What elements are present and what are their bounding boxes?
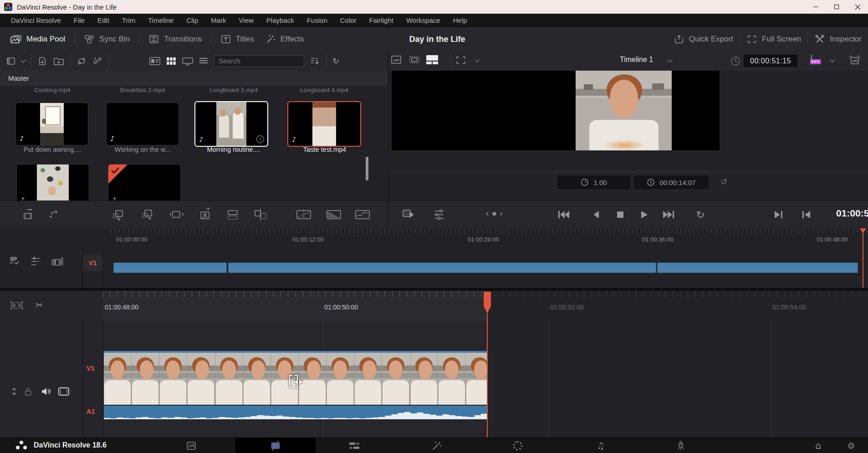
- metadata-view-icon[interactable]: [149, 57, 160, 65]
- clip-timecode-field[interactable]: 00:00:14:07: [634, 175, 709, 189]
- clip-name[interactable]: Morning routine....: [207, 146, 260, 153]
- audio-clip[interactable]: [104, 406, 487, 419]
- razor-icon[interactable]: ✂: [36, 300, 43, 310]
- reset-icon[interactable]: ↺: [720, 177, 727, 186]
- home-icon[interactable]: ⌂: [808, 438, 828, 453]
- step-back-icon[interactable]: [587, 207, 604, 222]
- playhead-line[interactable]: [487, 314, 488, 438]
- list-view-icon[interactable]: [199, 57, 208, 65]
- menu-fairlight[interactable]: Fairlight: [363, 14, 400, 27]
- unlink-clips-icon[interactable]: [92, 56, 102, 66]
- inspector-button[interactable]: Inspector: [814, 34, 862, 45]
- clip-card-put-down-awning[interactable]: ♪: [15, 103, 88, 145]
- effects-button[interactable]: Effects: [265, 34, 304, 45]
- overview-track-v1[interactable]: V1: [83, 255, 102, 271]
- clip-name-scrolled[interactable]: Breakfast 2.mp4: [120, 87, 165, 93]
- next-edit-icon[interactable]: [771, 207, 787, 222]
- minimize-icon[interactable]: [805, 0, 826, 14]
- match-frame-icon[interactable]: ‹●›: [485, 208, 503, 218]
- media-pool-button[interactable]: Media Pool: [10, 34, 65, 45]
- menu-playback[interactable]: Playback: [260, 14, 301, 27]
- overview-clip[interactable]: [657, 263, 858, 273]
- menu-davinci-resolve[interactable]: DaVinci Resolve: [5, 14, 67, 27]
- menu-workspace[interactable]: Workspace: [400, 14, 447, 27]
- go-to-end-icon[interactable]: [660, 207, 677, 222]
- transitions-button[interactable]: Transitions: [148, 34, 202, 45]
- stop-icon[interactable]: [612, 207, 628, 222]
- insert-video-icon[interactable]: [20, 207, 36, 222]
- maximize-icon[interactable]: [826, 0, 847, 14]
- page-fusion-icon[interactable]: [427, 438, 447, 453]
- menu-fusion[interactable]: Fusion: [301, 14, 334, 27]
- panel-toggle-icon[interactable]: [6, 57, 15, 66]
- thumbnail-view-icon[interactable]: [166, 57, 176, 65]
- lock-track-icon[interactable]: [25, 387, 32, 396]
- viewer-options-chevron-icon[interactable]: [475, 57, 480, 62]
- timeline-overview-ruler[interactable]: 01:00:00:00 01:00:12:00 01:00:24:00 01:0…: [0, 228, 868, 249]
- replace-clip-icon[interactable]: [168, 207, 184, 222]
- resize-viewer-icon[interactable]: [455, 56, 466, 65]
- page-deliver-icon[interactable]: [671, 438, 691, 453]
- overview-playhead-line[interactable]: [863, 233, 863, 288]
- transition-curve-icon[interactable]: [354, 207, 371, 222]
- close-icon[interactable]: [847, 0, 868, 14]
- clip-name-scrolled[interactable]: Longboard 3.mp4: [209, 87, 258, 93]
- single-viewer-icon[interactable]: [391, 55, 402, 64]
- image-adjust-icon[interactable]: [849, 55, 861, 66]
- ripple-overwrite-icon[interactable]: [252, 207, 269, 222]
- insert-clip-icon[interactable]: [111, 207, 127, 222]
- page-color-icon[interactable]: [508, 438, 528, 453]
- media-pool-scrollbar[interactable]: [366, 157, 368, 180]
- menu-view[interactable]: View: [233, 14, 260, 27]
- page-media-icon[interactable]: [181, 438, 201, 453]
- speed-field[interactable]: 1.00: [557, 175, 630, 189]
- play-around-icon[interactable]: [401, 207, 417, 222]
- menu-timeline[interactable]: Timeline: [142, 14, 180, 27]
- loop-icon[interactable]: ↻: [692, 207, 709, 222]
- titles-button[interactable]: Titles: [220, 34, 254, 45]
- track-label-a1[interactable]: A1: [87, 408, 95, 415]
- import-folder-icon[interactable]: [53, 56, 64, 66]
- play-icon[interactable]: [636, 207, 653, 222]
- refresh-icon[interactable]: ↻: [332, 56, 339, 66]
- track-height-icon[interactable]: [10, 387, 18, 396]
- mute-track-icon[interactable]: [41, 387, 51, 396]
- overview-clip[interactable]: [228, 263, 656, 273]
- clip-card-working-on-the-w[interactable]: ♪: [106, 103, 179, 145]
- clip-name[interactable]: Working on the w...: [114, 146, 170, 153]
- overwrite-clip-icon[interactable]: [139, 207, 156, 222]
- cross-dissolve-icon[interactable]: [296, 207, 312, 222]
- place-on-top-icon[interactable]: [197, 207, 213, 222]
- page-fairlight-icon[interactable]: ♫: [591, 438, 611, 453]
- import-media-icon[interactable]: [37, 56, 47, 66]
- clip-name[interactable]: Put down awning....: [24, 146, 82, 153]
- menu-file[interactable]: File: [67, 14, 91, 27]
- proxy-chevron-icon[interactable]: [830, 57, 835, 62]
- enable-video-icon[interactable]: [58, 387, 69, 396]
- timeline-options-icon[interactable]: [9, 257, 21, 267]
- append-at-end-icon[interactable]: [225, 207, 241, 222]
- full-screen-button[interactable]: Full Screen: [746, 34, 801, 45]
- proxy-icon[interactable]: PXY: [811, 55, 812, 63]
- master-timecode[interactable]: 00:00:51:15: [744, 55, 797, 67]
- clip-name-scrolled[interactable]: Cooking.mp4: [34, 87, 71, 93]
- menu-mark[interactable]: Mark: [204, 14, 232, 27]
- menu-clip[interactable]: Clip: [180, 14, 204, 27]
- dual-viewer-icon[interactable]: [425, 54, 439, 65]
- menu-color[interactable]: Color: [334, 14, 363, 27]
- clip-card-partial-used[interactable]: ♪: [108, 164, 181, 201]
- clip-card-taste-test[interactable]: ♪: [287, 101, 361, 147]
- search-input[interactable]: [214, 55, 304, 67]
- page-cut-icon[interactable]: [266, 438, 286, 453]
- timeline-selector-chevron-icon[interactable]: [667, 57, 672, 62]
- menu-edit[interactable]: Edit: [91, 14, 116, 27]
- clip-name-scrolled[interactable]: Longboard 4.mp4: [300, 87, 348, 93]
- relink-media-icon[interactable]: [77, 56, 87, 66]
- trim-mode-icon[interactable]: [10, 300, 24, 311]
- go-to-start-icon[interactable]: [556, 207, 572, 222]
- page-edit-icon[interactable]: [344, 438, 364, 453]
- clip-info-icon[interactable]: i: [256, 135, 264, 143]
- clip-display-icon[interactable]: [51, 257, 65, 268]
- previous-edit-icon[interactable]: [798, 207, 814, 222]
- track-label-v1[interactable]: V1: [87, 365, 95, 372]
